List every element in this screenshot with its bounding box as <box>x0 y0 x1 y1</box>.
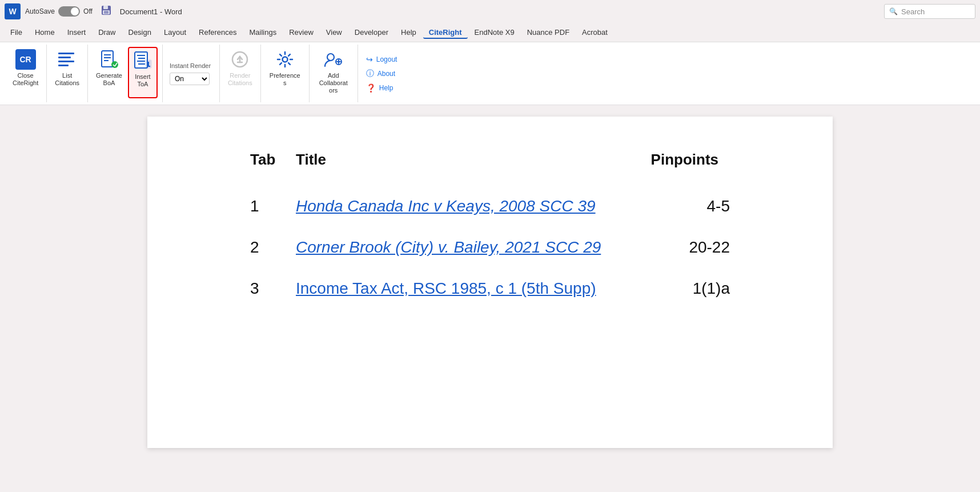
list-citations-button[interactable]: List Citations <box>51 47 83 98</box>
preferences-label: Preferences <box>269 72 301 87</box>
menu-item-nuance-pdf[interactable]: Nuance PDF <box>521 26 575 39</box>
generate-boa-icon <box>99 49 119 70</box>
citation-title-1[interactable]: Corner Brook (City) v. Bailey, 2021 SCC … <box>296 238 601 256</box>
menu-item-home[interactable]: Home <box>29 26 61 39</box>
col-title: Title <box>296 151 627 186</box>
help-label: Help <box>379 84 393 92</box>
generate-boa-label: Generate BoA <box>96 72 122 87</box>
menu-item-insert[interactable]: Insert <box>62 26 92 39</box>
menu-item-design[interactable]: Design <box>123 26 157 39</box>
menu-item-draw[interactable]: Draw <box>93 26 121 39</box>
menu-item-references[interactable]: References <box>193 26 242 39</box>
list-citations-label: List Citations <box>55 72 79 87</box>
instant-render-select[interactable]: On Off <box>170 73 210 85</box>
logout-icon: ↪ <box>366 55 373 64</box>
table-row: 1Honda Canada Inc v Keays, 2008 SCC 394-… <box>250 186 730 227</box>
citation-title-0[interactable]: Honda Canada Inc v Keays, 2008 SCC 39 <box>296 197 596 215</box>
title-bar: W AutoSave Off Document1 - Word 🔍 Search <box>0 0 980 23</box>
ribbon: CR Close CiteRight List Citations <box>0 42 980 105</box>
add-collaborators-button[interactable]: Add Collaborators <box>314 47 353 98</box>
about-label: About <box>377 70 395 78</box>
menu-item-mailings[interactable]: Mailings <box>244 26 283 39</box>
autosave-label: AutoSave <box>25 7 55 15</box>
ribbon-group-close: CR Close CiteRight <box>5 45 47 102</box>
logout-label: Logout <box>376 55 397 63</box>
instant-render-group: Instant Render On Off <box>163 45 220 102</box>
ribbon-group-boa-toa: Generate BoA Insert ToA <box>88 45 163 102</box>
ribbon-menu-group: ↪ Logout ⓘ About ❓ Help <box>358 45 405 102</box>
insert-toa-label: Insert ToA <box>135 73 151 88</box>
table-row: 3Income Tax Act, RSC 1985, c 1 (5th Supp… <box>250 268 730 309</box>
preferences-icon <box>275 49 295 70</box>
doc-title: Document1 - Word <box>120 7 182 16</box>
ribbon-group-collaborators: Add Collaborators <box>310 45 358 102</box>
add-collaborators-label: Add Collaborators <box>318 72 350 95</box>
about-button[interactable]: ⓘ About <box>363 67 401 80</box>
autosave-area: AutoSave Off <box>25 6 93 17</box>
citeright-icon: CR <box>15 49 36 70</box>
svg-point-23 <box>327 54 334 61</box>
save-icon[interactable] <box>101 5 112 19</box>
ribbon-group-list: List Citations <box>47 45 88 102</box>
help-icon: ❓ <box>366 83 376 93</box>
search-placeholder: Search <box>901 7 925 16</box>
search-icon: 🔍 <box>889 7 898 15</box>
citation-tab-0: 1 <box>250 186 296 227</box>
toggle-state-label: Off <box>83 7 93 15</box>
menu-bar: FileHomeInsertDrawDesignLayoutReferences… <box>0 23 980 42</box>
autosave-toggle[interactable] <box>58 6 80 17</box>
table-row: 2Corner Brook (City) v. Bailey, 2021 SCC… <box>250 227 730 268</box>
col-pinpoints: Pinpoints <box>627 151 730 186</box>
citations-table: Tab Title Pinpoints 1Honda Canada Inc v … <box>250 151 730 309</box>
menu-item-citeright[interactable]: CiteRight <box>423 26 468 39</box>
citation-tab-1: 2 <box>250 227 296 268</box>
search-box[interactable]: 🔍 Search <box>884 4 975 19</box>
menu-item-help[interactable]: Help <box>395 26 422 39</box>
menu-item-endnote-x9[interactable]: EndNote X9 <box>469 26 520 39</box>
menu-item-layout[interactable]: Layout <box>158 26 192 39</box>
instant-render-dropdown[interactable]: On Off <box>170 73 212 85</box>
about-icon: ⓘ <box>366 69 374 79</box>
word-logo: W <box>5 3 21 19</box>
svg-point-22 <box>282 57 287 62</box>
menu-item-view[interactable]: View <box>320 26 348 39</box>
help-button[interactable]: ❓ Help <box>363 82 401 94</box>
instant-render-label: Instant Render <box>170 62 212 69</box>
doc-area: Tab Title Pinpoints 1Honda Canada Inc v … <box>0 105 980 459</box>
generate-boa-button[interactable]: Generate BoA <box>93 47 126 98</box>
render-citations-button[interactable]: Render Citations <box>224 47 256 98</box>
ribbon-group-preferences: Preferences <box>261 45 310 102</box>
citation-pinpoints-1: 20-22 <box>627 227 730 268</box>
menu-item-review[interactable]: Review <box>283 26 319 39</box>
menu-item-acrobat[interactable]: Acrobat <box>576 26 613 39</box>
citation-title-2[interactable]: Income Tax Act, RSC 1985, c 1 (5th Supp) <box>296 279 596 297</box>
svg-rect-4 <box>102 51 113 67</box>
toggle-knob <box>71 7 79 15</box>
doc-page: Tab Title Pinpoints 1Honda Canada Inc v … <box>147 117 833 448</box>
render-citations-label: Render Citations <box>228 72 252 87</box>
render-citations-icon <box>230 49 250 70</box>
preferences-button[interactable]: Preferences <box>266 47 304 98</box>
menu-item-developer[interactable]: Developer <box>349 26 394 39</box>
close-citeright-label: Close CiteRight <box>13 72 38 87</box>
citation-pinpoints-2: 1(1)a <box>627 268 730 309</box>
menu-item-file[interactable]: File <box>5 26 28 39</box>
list-citations-icon <box>57 49 78 70</box>
citation-pinpoints-0: 4-5 <box>627 186 730 227</box>
svg-rect-3 <box>104 11 109 14</box>
citation-tab-2: 3 <box>250 268 296 309</box>
svg-rect-1 <box>103 6 108 9</box>
close-citeright-button[interactable]: CR Close CiteRight <box>9 47 42 98</box>
insert-toa-button[interactable]: Insert ToA <box>128 47 158 98</box>
insert-toa-icon <box>132 50 153 71</box>
svg-point-8 <box>111 61 118 68</box>
ribbon-group-render: Render Citations <box>220 45 261 102</box>
col-tab: Tab <box>250 151 296 186</box>
logout-button[interactable]: ↪ Logout <box>363 54 401 65</box>
add-collaborators-icon <box>323 49 344 70</box>
